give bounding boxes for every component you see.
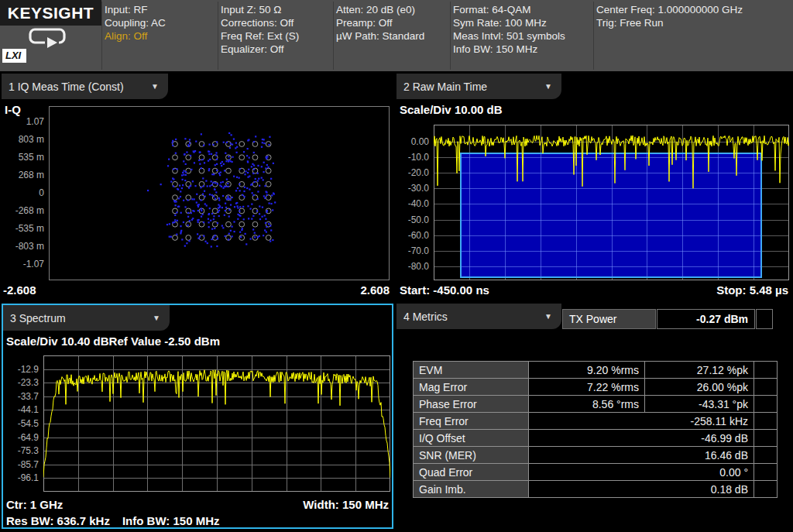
- metric-cell: I/Q Offset: [414, 430, 529, 447]
- tx-power-value: -0.27 dBm: [657, 309, 755, 329]
- status-line: Center Freq: 1.000000000 GHz: [596, 3, 743, 16]
- view-title: 2 Raw Main Time: [403, 81, 487, 93]
- y-tick-label: -40.0: [395, 198, 429, 209]
- metric-row: EVM9.20 %rms27.12 %pk: [414, 362, 778, 379]
- y-tick-label: -54.5: [2, 418, 39, 429]
- y-tick-label: -70.0: [395, 245, 429, 256]
- tx-power-label: TX Power: [562, 309, 656, 329]
- y-tick-label: -64.9: [2, 432, 39, 443]
- metric-cell: Freq Error: [414, 413, 529, 430]
- status-line: Equalizer: Off: [221, 43, 299, 56]
- y-tick-label: -803 m: [0, 241, 44, 252]
- status-line: Meas Intvl: 501 symbols: [453, 29, 565, 43]
- y-axis-ticks: 1.07803 m535 m268 m0-268 m-535 m-803 m-1…: [2, 106, 46, 280]
- metrics-table: EVM9.20 %rms27.12 %pkMag Error7.22 %rms2…: [413, 361, 778, 498]
- spectrum-canvas[interactable]: [43, 355, 390, 492]
- y-tick-label: 0: [0, 187, 44, 198]
- metric-cell: 27.12 %pk: [645, 362, 754, 379]
- y-tick-label: -85.7: [2, 459, 39, 470]
- scale-per-div-label: Scale/Div 10.00 dB: [400, 103, 503, 116]
- res-bw-label: Res BW: 636.7 kHz: [6, 514, 110, 527]
- y-tick-label: -1.07: [0, 259, 44, 269]
- raw-main-time-canvas[interactable]: [434, 125, 789, 280]
- metric-cell: [754, 464, 778, 481]
- status-column-4: Format: 64-QAMSym Rate: 100 MHzMeas Intv…: [453, 3, 565, 56]
- metric-cell: [754, 430, 778, 447]
- metric-cell: [754, 396, 778, 413]
- status-column-5: Center Freq: 1.000000000 GHzTrig: Free R…: [596, 3, 743, 29]
- y-tick-label: 535 m: [0, 152, 44, 163]
- chevron-down-icon: ▼: [151, 82, 159, 91]
- status-divider: [101, 2, 102, 70]
- y-tick-label: -535 m: [0, 223, 44, 234]
- y-tick-label: -44.1: [2, 404, 39, 415]
- y-tick-label: -12.9: [2, 364, 39, 375]
- view-title: 1 IQ Meas Time (Const): [9, 81, 124, 93]
- y-axis-ticks: -12.9-23.3-33.7-44.1-54.5-64.9-75.3-85.7…: [3, 355, 40, 492]
- metric-row: I/Q Offset-46.99 dB: [414, 430, 778, 447]
- status-bar: KEYSIGHT LXI Input: RFCoupling: ACAlign:…: [0, 0, 793, 71]
- status-column-2: Input Z: 50 ΩCorrections: OffFreq Ref: E…: [221, 3, 299, 56]
- chevron-down-icon: ▼: [544, 312, 552, 321]
- metric-cell: 0.18 dB: [529, 481, 754, 498]
- constellation-canvas[interactable]: [49, 106, 390, 280]
- status-column-1: Input: RFCoupling: ACAlign: Off: [105, 3, 166, 43]
- view-selector-iq-meas-time[interactable]: 1 IQ Meas Time (Const) ▼: [2, 74, 168, 99]
- bandwidth-line: Res BW: 636.7 kHz Info BW: 150 MHz: [6, 514, 220, 527]
- metric-cell: Gain Imb.: [414, 481, 529, 498]
- view-title: 3 Spectrum: [10, 312, 66, 324]
- metric-cell: SNR (MER): [414, 447, 529, 464]
- y-tick-label: -10.0: [395, 152, 429, 163]
- chevron-down-icon: ▼: [544, 82, 552, 91]
- status-divider: [333, 2, 334, 70]
- metric-cell: -258.11 kHz: [529, 413, 754, 430]
- metric-cell: 16.46 dB: [529, 447, 754, 464]
- analyzer-screen: KEYSIGHT LXI Input: RFCoupling: ACAlign:…: [0, 0, 793, 532]
- metric-cell: Phase Error: [414, 396, 529, 413]
- status-divider: [450, 2, 451, 70]
- metric-cell: 9.20 %rms: [529, 362, 645, 379]
- keysight-logo: KEYSIGHT: [0, 0, 101, 26]
- status-line: Freq Ref: Ext (S): [221, 29, 299, 43]
- metric-row: Mag Error7.22 %rms26.00 %pk: [414, 379, 778, 396]
- scale-per-div-label: Scale/Div 10.40 dB: [6, 335, 109, 348]
- y-tick-label: -30.0: [395, 183, 429, 194]
- status-line: Align: Off: [105, 29, 166, 43]
- metric-cell: -43.31 °pk: [645, 396, 754, 413]
- metric-cell: Mag Error: [414, 379, 529, 396]
- metric-cell: 7.22 %rms: [529, 379, 645, 396]
- view-selector-raw-main-time[interactable]: 2 Raw Main Time ▼: [396, 74, 561, 99]
- x-max-label: 2.608: [360, 283, 390, 297]
- view-title: 4 Metrics: [403, 311, 448, 323]
- panel-spectrum: 3 Spectrum ▼ Scale/Div 10.40 dBRef Value…: [2, 304, 393, 529]
- metric-cell: 0.00 °: [529, 464, 754, 481]
- metric-row: SNR (MER)16.46 dB: [414, 447, 778, 464]
- view-selector-spectrum[interactable]: 3 Spectrum ▼: [3, 305, 170, 331]
- status-line: Coupling: AC: [105, 16, 166, 29]
- y-tick-label: 268 m: [0, 170, 44, 180]
- remote-loop-icon: [28, 28, 70, 49]
- span-width-label: Width: 150 MHz: [303, 498, 389, 511]
- y-axis-ticks: 0.00-10.0-20.0-30.0-40.0-50.0-60.0-70.0-…: [396, 125, 431, 280]
- view-selector-metrics[interactable]: 4 Metrics ▼: [396, 304, 561, 329]
- x-min-label: -2.608: [3, 283, 36, 297]
- panel-raw-main-time: 2 Raw Main Time ▼ Scale/Div 10.00 dB 0.0…: [396, 74, 791, 300]
- status-line: Format: 64-QAM: [453, 3, 565, 16]
- metric-cell: [754, 447, 778, 464]
- panel-iq-meas-time: 1 IQ Meas Time (Const) ▼ I-Q 1.07803 m53…: [2, 74, 393, 300]
- y-tick-label: -23.3: [2, 377, 39, 388]
- metric-row: Freq Error-258.11 kHz: [414, 413, 778, 430]
- info-bw-label: Info BW: 150 MHz: [122, 514, 220, 527]
- metric-cell: [754, 413, 778, 430]
- lxi-badge: LXI: [2, 49, 26, 63]
- y-tick-label: -268 m: [0, 205, 44, 216]
- metric-cell: 26.00 %pk: [645, 379, 754, 396]
- status-line: Info BW: 150 MHz: [453, 43, 565, 56]
- scale-and-ref-label: Scale/Div 10.40 dBRef Value -2.50 dBm: [6, 335, 220, 348]
- metric-cell: EVM: [414, 362, 529, 379]
- y-tick-label: -50.0: [395, 215, 429, 225]
- y-tick-label: -80.0: [395, 261, 429, 272]
- y-tick-label: -60.0: [395, 230, 429, 241]
- status-line: Input: RF: [105, 3, 166, 16]
- status-line: Sym Rate: 100 MHz: [453, 16, 565, 29]
